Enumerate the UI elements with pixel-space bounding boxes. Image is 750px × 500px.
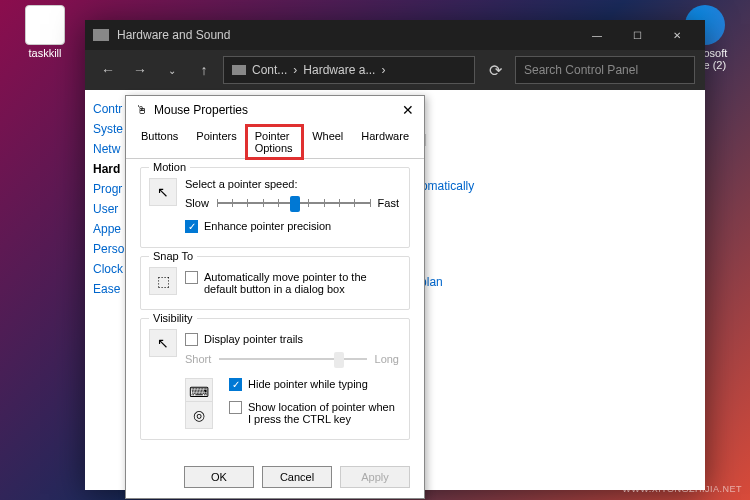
maximize-button[interactable]: ☐ [617, 20, 657, 50]
desktop-icon-taskkill[interactable]: taskkill [15, 5, 75, 59]
mouse-properties-dialog: 🖱 Mouse Properties ✕ Buttons Pointers Po… [125, 95, 425, 499]
cursor-icon: ↖ [149, 178, 177, 206]
short-label: Short [185, 353, 211, 365]
ok-button[interactable]: OK [184, 466, 254, 488]
long-label: Long [375, 353, 399, 365]
breadcrumb-sep: › [381, 63, 385, 77]
snap-group: Snap To ⬚ Automatically move pointer to … [140, 256, 410, 310]
snap-label: Automatically move pointer to the defaul… [204, 271, 399, 295]
breadcrumb-root[interactable]: Cont... [252, 63, 287, 77]
ctrl-locate-icon: ◎ [185, 401, 213, 429]
snap-checkbox[interactable] [185, 271, 198, 284]
forward-button[interactable]: → [127, 57, 153, 83]
trails-checkbox[interactable] [185, 333, 198, 346]
close-button[interactable]: ✕ [657, 20, 697, 50]
up-button[interactable]: ↑ [191, 57, 217, 83]
address-bar[interactable]: Cont... › Hardware a... › [223, 56, 475, 84]
back-button[interactable]: ← [95, 57, 121, 83]
trails-icon: ↖ [149, 329, 177, 357]
visibility-group: Visibility ↖ Display pointer trails Shor… [140, 318, 410, 440]
enhance-precision-checkbox[interactable]: ✓ [185, 220, 198, 233]
tab-pointer-options[interactable]: Pointer Options [246, 125, 303, 159]
motion-title: Motion [149, 161, 190, 173]
watermark-url: WWW.XITONGZHIJIA.NET [622, 484, 742, 494]
refresh-button[interactable]: ⟳ [481, 56, 509, 84]
slider-thumb[interactable] [290, 196, 300, 212]
dialog-tabs: Buttons Pointers Pointer Options Wheel H… [126, 124, 424, 159]
trails-slider [219, 350, 366, 368]
hide-typing-checkbox[interactable]: ✓ [229, 378, 242, 391]
cancel-button[interactable]: Cancel [262, 466, 332, 488]
window-title: Hardware and Sound [117, 28, 230, 42]
dialog-title-text: Mouse Properties [154, 103, 248, 117]
dialog-close-button[interactable]: ✕ [402, 102, 414, 118]
tab-buttons[interactable]: Buttons [132, 125, 187, 159]
breadcrumb-sep: › [293, 63, 297, 77]
titlebar: Hardware and Sound — ☐ ✕ [85, 20, 705, 50]
app-icon [93, 29, 109, 41]
snap-icon: ⬚ [149, 267, 177, 295]
desktop-icon-label: taskkill [15, 47, 75, 59]
tab-hardware[interactable]: Hardware [352, 125, 418, 159]
dialog-titlebar: 🖱 Mouse Properties ✕ [126, 96, 424, 124]
speed-slider[interactable] [217, 194, 370, 212]
tab-wheel[interactable]: Wheel [303, 125, 352, 159]
slow-label: Slow [185, 197, 209, 209]
file-icon [25, 5, 65, 45]
apply-button: Apply [340, 466, 410, 488]
search-input[interactable]: Search Control Panel [515, 56, 695, 84]
dialog-footer: OK Cancel Apply [126, 456, 424, 498]
hide-typing-label: Hide pointer while typing [248, 378, 368, 390]
visibility-title: Visibility [149, 312, 197, 324]
motion-group: Motion ↖ Select a pointer speed: Slow Fa… [140, 167, 410, 248]
breadcrumb-current[interactable]: Hardware a... [303, 63, 375, 77]
ctrl-locate-checkbox[interactable] [229, 401, 242, 414]
tab-pointers[interactable]: Pointers [187, 125, 245, 159]
breadcrumb-icon [232, 65, 246, 75]
watermark-logo-icon [592, 470, 616, 490]
watermark: 系统之家 WWW.XITONGZHIJIA.NET [592, 466, 742, 494]
speed-label: Select a pointer speed: [185, 178, 399, 190]
ctrl-locate-label: Show location of pointer when I press th… [248, 401, 399, 425]
mouse-icon: 🖱 [136, 103, 148, 117]
toolbar: ← → ⌄ ↑ Cont... › Hardware a... › ⟳ Sear… [85, 50, 705, 90]
watermark-brand: 系统之家 [622, 466, 742, 484]
enhance-precision-label: Enhance pointer precision [204, 220, 331, 232]
fast-label: Fast [378, 197, 399, 209]
history-button[interactable]: ⌄ [159, 57, 185, 83]
trails-label: Display pointer trails [204, 333, 303, 345]
minimize-button[interactable]: — [577, 20, 617, 50]
snap-title: Snap To [149, 250, 197, 262]
search-placeholder: Search Control Panel [524, 63, 638, 77]
